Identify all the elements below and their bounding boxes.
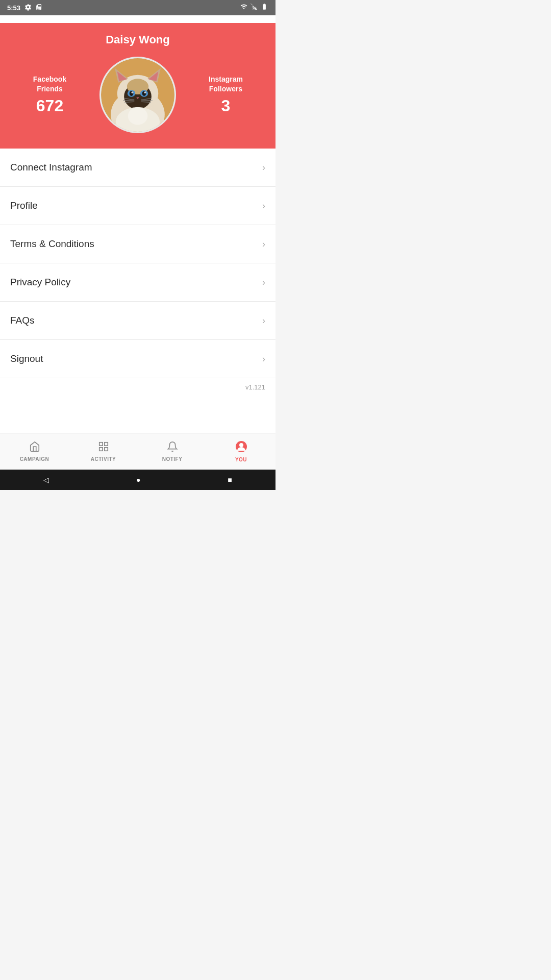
instagram-count: 3 (186, 96, 265, 115)
faqs-item[interactable]: FAQs › (0, 302, 276, 340)
nav-notify[interactable]: NOTIFY (138, 433, 207, 470)
instagram-label: InstagramFollowers (186, 75, 265, 93)
status-time: 5:53 (7, 4, 20, 12)
svg-rect-27 (99, 448, 102, 451)
profile-label: Profile (10, 200, 38, 211)
nav-activity[interactable]: ACTIVITY (69, 433, 138, 470)
privacy-label: Privacy Policy (10, 277, 70, 288)
chevron-right-icon: › (262, 162, 265, 173)
avatar (99, 57, 176, 133)
facebook-label: FacebookFriends (10, 75, 89, 93)
connect-instagram-item[interactable]: Connect Instagram › (0, 149, 276, 187)
signout-item[interactable]: Signout › (0, 340, 276, 378)
home-button[interactable]: ● (136, 476, 140, 484)
status-bar: 5:53 (0, 0, 276, 15)
faqs-label: FAQs (10, 315, 35, 326)
you-nav-label: YOU (235, 457, 247, 462)
svg-rect-25 (99, 443, 102, 446)
svg-point-14 (132, 91, 134, 93)
campaign-nav-label: CAMPAIGN (20, 456, 49, 462)
activity-nav-label: ACTIVITY (91, 456, 116, 462)
chevron-right-icon: › (262, 315, 265, 326)
privacy-item[interactable]: Privacy Policy › (0, 263, 276, 302)
svg-point-15 (144, 91, 146, 93)
sim-icon (36, 4, 43, 12)
chevron-right-icon: › (262, 239, 265, 250)
svg-rect-28 (104, 448, 107, 451)
top-spacer (0, 15, 276, 23)
svg-rect-26 (104, 443, 107, 446)
wifi-icon (240, 3, 248, 12)
facebook-count: 672 (10, 96, 89, 115)
recent-button[interactable]: ■ (228, 476, 232, 484)
user-circle-icon (235, 440, 247, 455)
android-nav: ◁ ● ■ (0, 470, 276, 490)
svg-point-30 (239, 443, 243, 447)
chevron-right-icon: › (262, 201, 265, 211)
signout-label: Signout (10, 353, 43, 364)
home-icon (29, 441, 41, 454)
connect-instagram-label: Connect Instagram (10, 162, 92, 173)
bell-icon (167, 441, 178, 454)
bottom-nav: CAMPAIGN ACTIVITY NOTIFY (0, 433, 276, 470)
nav-campaign[interactable]: CAMPAIGN (0, 433, 69, 470)
signal-icon (251, 3, 258, 12)
chevron-right-icon: › (262, 354, 265, 364)
nav-you[interactable]: YOU (207, 433, 276, 470)
profile-stats-row: FacebookFriends 672 (10, 57, 265, 133)
terms-item[interactable]: Terms & Conditions › (0, 225, 276, 263)
gear-icon (24, 4, 32, 12)
grid-icon (97, 441, 110, 454)
svg-point-24 (128, 107, 147, 125)
version-text: v1.121 (0, 378, 276, 396)
chevron-right-icon: › (262, 277, 265, 288)
instagram-stats: InstagramFollowers 3 (186, 75, 265, 115)
profile-name: Daisy Wong (106, 33, 170, 46)
menu-list: Connect Instagram › Profile › Terms & Co… (0, 149, 276, 433)
battery-icon (260, 3, 268, 12)
profile-header: Daisy Wong FacebookFriends 672 (0, 23, 276, 149)
profile-item[interactable]: Profile › (0, 187, 276, 225)
terms-label: Terms & Conditions (10, 238, 94, 250)
notify-nav-label: NOTIFY (162, 456, 183, 462)
back-button[interactable]: ◁ (43, 476, 49, 484)
facebook-stats: FacebookFriends 672 (10, 75, 89, 115)
